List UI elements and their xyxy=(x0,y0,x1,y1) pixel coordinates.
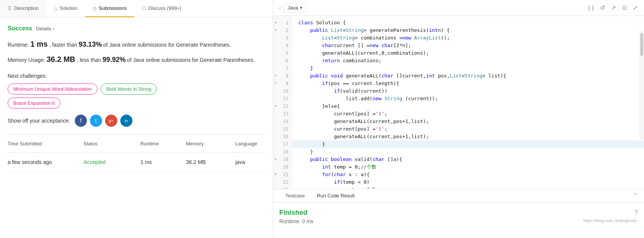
line-num-5: 5 xyxy=(273,49,292,57)
scrollbar-thumb xyxy=(640,33,643,56)
line-num-13: 13 xyxy=(273,110,292,118)
code-line-21: for(char x : a){ xyxy=(292,171,644,178)
code-line-2: public List<String> generateParenthesis(… xyxy=(292,27,644,34)
code-line-17: } xyxy=(292,140,644,148)
line-num-11: 11 xyxy=(273,95,292,102)
submissions-icon: ◷ xyxy=(93,6,96,11)
bottom-content: Finished Runtime: 0 ms ? https://blog.cs… xyxy=(273,203,644,238)
header-language: Language xyxy=(235,139,273,148)
reset-icon[interactable]: ↺ xyxy=(600,4,605,11)
format-icon[interactable]: { } xyxy=(588,5,594,11)
challenge-tag-abbreviation[interactable]: Minimum Unique Word Abbreviation xyxy=(8,84,98,95)
result-header: Success Details › xyxy=(8,25,265,32)
scrollbar[interactable] xyxy=(639,31,644,139)
lang-icon: i xyxy=(279,5,280,11)
code-line-5: generateALL(current,0,combinations); xyxy=(292,49,644,57)
cell-status[interactable]: Accepted xyxy=(83,158,140,167)
right-panel: i Java ▾ { } ↺ ↗ ⊙ ⤢ 1 2 3 4 xyxy=(273,0,644,238)
cell-runtime: 1 ms xyxy=(140,158,186,167)
chevron-down-icon: ▾ xyxy=(300,5,302,10)
line-num-2: 2 xyxy=(273,27,292,34)
line-num-9: 9 xyxy=(273,80,292,87)
line-num-16: 16 xyxy=(273,133,292,140)
language-selector[interactable]: Java ▾ xyxy=(283,3,307,13)
code-line-22: if(temp < 0) xyxy=(292,178,644,186)
line-num-19: 19 xyxy=(273,156,292,163)
left-panel: ☰ Description △ Solution ◷ Submissions ☐… xyxy=(0,0,273,238)
code-line-19: public boolean valid(char []a){ xyxy=(292,156,644,163)
tab-description[interactable]: ☰ Description xyxy=(0,0,46,17)
challenge-tags: Minimum Unique Word Abbreviation Bold Wo… xyxy=(8,84,265,95)
details-link[interactable]: Details › xyxy=(36,26,54,32)
code-line-20: int temp = 0;//个数 xyxy=(292,163,644,171)
fullscreen-icon[interactable]: ⤢ xyxy=(633,4,638,11)
line-num-23: 23 xyxy=(273,186,292,189)
code-line-7: } xyxy=(292,65,644,72)
expand-icon[interactable]: ↗ xyxy=(611,4,616,11)
line-num-1: 1 xyxy=(273,19,292,27)
code-line-23: return false; xyxy=(292,186,644,189)
twitter-icon[interactable]: t xyxy=(90,115,102,127)
header-time: Time Submitted xyxy=(8,139,83,148)
code-line-1: class Solution { xyxy=(292,19,644,27)
tab-submissions[interactable]: ◷ Submissions xyxy=(85,0,134,17)
line-num-20: 20 xyxy=(273,163,292,171)
code-line-3: List<String> combinations = new ArrayLis… xyxy=(292,34,644,42)
help-icon[interactable]: ? xyxy=(634,209,638,217)
line-num-21: 21 xyxy=(273,171,292,178)
show-off: Show off your acceptance: f t g+ in xyxy=(8,115,265,127)
code-area[interactable]: 1 2 3 4 5 6 7 8 9 10 11 12 13 14 15 16 1 xyxy=(273,16,644,189)
submissions-table: Time Submitted Status Runtime Memory Lan… xyxy=(8,134,265,172)
code-lines: 1 2 3 4 5 6 7 8 9 10 11 12 13 14 15 16 1 xyxy=(273,16,644,189)
cell-language: java xyxy=(235,158,273,167)
left-content: Success Details › Runtime: 1 ms , faster… xyxy=(0,17,273,238)
social-icons: f t g+ in xyxy=(75,115,132,127)
cell-time: a few seconds ago xyxy=(8,158,83,167)
settings-icon[interactable]: ⊙ xyxy=(622,4,627,11)
tab-solution[interactable]: △ Solution xyxy=(46,0,85,17)
linkedin-icon[interactable]: in xyxy=(120,115,132,127)
bottom-watermark: ? https://blog.csdn.rb/qlng/instr- xyxy=(583,209,638,223)
toolbar-icons: { } ↺ ↗ ⊙ ⤢ xyxy=(588,4,638,11)
line-num-17: 17 xyxy=(273,140,292,148)
next-challenges-label: Next challenges: xyxy=(8,73,265,79)
tab-run-code-result[interactable]: Run Code Result xyxy=(311,189,361,202)
code-content: class Solution { public List<String> gen… xyxy=(292,16,644,189)
line-numbers: 1 2 3 4 5 6 7 8 9 10 11 12 13 14 15 16 1 xyxy=(273,16,292,189)
line-num-4: 4 xyxy=(273,42,292,49)
expand-bottom-icon[interactable]: ⌃ xyxy=(632,192,638,200)
line-num-12: 12 xyxy=(273,102,292,110)
code-toolbar: i Java ▾ { } ↺ ↗ ⊙ ⤢ xyxy=(273,0,644,16)
code-line-13: current[pos] = '('; xyxy=(292,110,644,118)
runtime-result: Runtime: 0 ms xyxy=(279,218,313,224)
code-line-11: list.add(new String (current)); xyxy=(292,95,644,102)
line-num-22: 22 xyxy=(273,178,292,186)
code-line-14: generateALL(current,pos+1,list); xyxy=(292,118,644,125)
bottom-tabs: Testcase Run Code Result ⌃ xyxy=(273,189,644,203)
code-line-16: generateALL(current,pos+1,list); xyxy=(292,133,644,140)
language-label: Java xyxy=(288,5,298,11)
finished-section: Finished Runtime: 0 ms xyxy=(279,209,313,224)
code-line-15: current[pos] = ')'; xyxy=(292,125,644,133)
watermark-text: https://blog.csdn.rb/qlng/instr- xyxy=(583,218,638,223)
line-num-14: 14 xyxy=(273,118,292,125)
code-line-9: if(pos == current.length){ xyxy=(292,80,644,87)
facebook-icon[interactable]: f xyxy=(75,115,87,127)
line-num-8: 8 xyxy=(273,72,292,80)
google-icon[interactable]: g+ xyxy=(105,115,117,127)
code-line-4: char current [] = new char[2*n]; xyxy=(292,42,644,49)
tab-discuss[interactable]: ☐ Discuss (999+) xyxy=(134,0,189,17)
cell-memory: 36.2 MB xyxy=(186,158,235,167)
code-line-12: }else{ xyxy=(292,102,644,110)
challenge-tag-bold[interactable]: Bold Words in String xyxy=(101,84,157,95)
challenge-tags-row2: Brace Expansion II xyxy=(8,98,265,109)
memory-text: Memory Usage: 36.2 MB , less than 99.92%… xyxy=(8,53,265,65)
solution-icon: △ xyxy=(54,6,57,11)
line-num-15: 15 xyxy=(273,125,292,133)
show-off-label: Show off your acceptance: xyxy=(8,118,70,124)
code-line-6: return combinations; xyxy=(292,57,644,65)
header-runtime: Runtime xyxy=(140,139,186,148)
header-memory: Memory xyxy=(186,139,235,148)
challenge-tag-brace[interactable]: Brace Expansion II xyxy=(8,98,60,109)
tab-testcase[interactable]: Testcase xyxy=(279,189,311,202)
